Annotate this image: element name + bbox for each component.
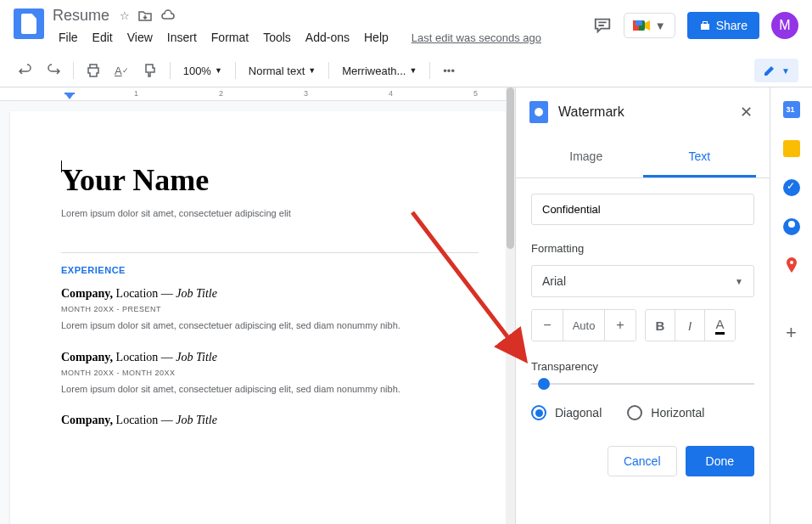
panel-title: Watermark	[558, 104, 726, 120]
paragraph-style-dropdown[interactable]: Normal text ▼	[244, 61, 321, 81]
document-page[interactable]: Your Name Lorem ipsum dolor sit amet, co…	[10, 111, 515, 524]
text-cursor	[61, 161, 62, 172]
resume-tagline: Lorem ipsum dolor sit amet, consectetuer…	[61, 208, 479, 218]
radio-icon	[627, 405, 642, 420]
comments-icon[interactable]	[593, 16, 612, 35]
menu-edit[interactable]: Edit	[87, 27, 119, 48]
contacts-icon[interactable]	[783, 218, 800, 235]
font-size-stepper: − Auto +	[531, 309, 636, 341]
menu-insert[interactable]: Insert	[161, 27, 203, 48]
move-icon[interactable]	[138, 9, 152, 22]
job-description: Lorem ipsum dolor sit amet, consectetuer…	[61, 318, 479, 334]
menu-addons[interactable]: Add-ons	[300, 27, 356, 48]
radio-icon	[531, 405, 546, 420]
radio-horizontal[interactable]: Horizontal	[627, 405, 704, 420]
formatting-label: Formatting	[531, 242, 754, 255]
experience-heading: EXPERIENCE	[61, 265, 479, 275]
menu-format[interactable]: Format	[205, 27, 255, 48]
transparency-label: Transparency	[531, 360, 754, 373]
keep-icon[interactable]	[783, 140, 800, 157]
horizontal-ruler[interactable]: 1 2 3 4 5	[0, 87, 515, 101]
cloud-status-icon[interactable]	[160, 9, 176, 22]
svg-point-4	[790, 261, 793, 264]
bold-button[interactable]: B	[646, 310, 675, 341]
add-addon-icon[interactable]: +	[786, 322, 797, 344]
maps-icon[interactable]	[783, 257, 800, 274]
tab-image[interactable]: Image	[529, 138, 643, 177]
resume-name: Your Name	[61, 162, 479, 198]
radio-diagonal[interactable]: Diagonal	[531, 405, 602, 420]
zoom-dropdown[interactable]: 100% ▼	[178, 61, 227, 81]
watermark-text-input[interactable]	[531, 194, 754, 225]
transparency-slider[interactable]	[531, 383, 754, 385]
vertical-scrollbar[interactable]	[506, 87, 515, 524]
account-avatar[interactable]: M	[771, 12, 798, 39]
italic-button[interactable]: I	[675, 310, 705, 341]
paint-format-button[interactable]	[138, 59, 162, 82]
job-title-line: Company, Location — Job Title	[61, 287, 479, 301]
menu-view[interactable]: View	[121, 27, 159, 48]
text-color-button[interactable]: A	[705, 310, 735, 341]
job-description: Lorem ipsum dolor sit amet, consectetuer…	[61, 382, 479, 397]
job-title-line: Company, Location — Job Title	[61, 414, 479, 427]
job-title-line: Company, Location — Job Title	[61, 351, 479, 364]
share-button[interactable]: Share	[687, 12, 759, 39]
editing-mode-button[interactable]: ▼	[754, 59, 798, 82]
divider	[61, 252, 479, 253]
undo-button[interactable]	[14, 59, 37, 82]
font-dropdown[interactable]: Merriweath... ▼	[337, 61, 422, 81]
svg-rect-2	[636, 20, 642, 25]
spellcheck-button[interactable]: A✓	[109, 60, 134, 82]
tasks-icon[interactable]	[783, 179, 800, 196]
text-style-group: B I A	[645, 309, 736, 341]
docs-logo-icon[interactable]	[14, 8, 44, 39]
watermark-panel: Watermark ✕ Image Text Formatting Arial▼…	[515, 87, 770, 524]
calendar-icon[interactable]	[783, 101, 800, 118]
more-button[interactable]: •••	[438, 60, 460, 82]
document-title[interactable]: Resume	[53, 7, 109, 25]
close-icon[interactable]: ✕	[736, 99, 756, 125]
menu-file[interactable]: File	[53, 27, 84, 48]
star-icon[interactable]: ☆	[120, 9, 130, 22]
side-app-bar: +	[770, 87, 812, 524]
done-button[interactable]: Done	[686, 446, 754, 476]
size-value[interactable]: Auto	[563, 310, 605, 341]
svg-rect-3	[64, 93, 75, 94]
menu-tools[interactable]: Tools	[257, 27, 297, 48]
watermark-icon	[529, 101, 548, 123]
redo-button[interactable]	[42, 59, 65, 82]
cancel-button[interactable]: Cancel	[608, 446, 677, 476]
slider-thumb[interactable]	[538, 378, 550, 390]
menu-help[interactable]: Help	[358, 27, 395, 48]
meet-button[interactable]: ▼	[624, 13, 675, 38]
increase-size-button[interactable]: +	[605, 310, 636, 341]
font-select[interactable]: Arial▼	[531, 265, 754, 297]
tab-text[interactable]: Text	[643, 138, 757, 177]
job-dates: MONTH 20XX - MONTH 20XX	[61, 369, 479, 377]
job-dates: MONTH 20XX - PRESENT	[61, 305, 479, 313]
document-canvas[interactable]: 1 2 3 4 5 Your Name Lorem ipsum dolor si…	[0, 87, 515, 524]
menu-bar: File Edit View Insert Format Tools Add-o…	[53, 27, 593, 48]
print-button[interactable]	[81, 59, 105, 82]
last-edit-link[interactable]: Last edit was seconds ago	[406, 28, 547, 48]
decrease-size-button[interactable]: −	[532, 310, 563, 341]
toolbar: A✓ 100% ▼ Normal text ▼ Merriweath... ▼ …	[0, 54, 812, 87]
